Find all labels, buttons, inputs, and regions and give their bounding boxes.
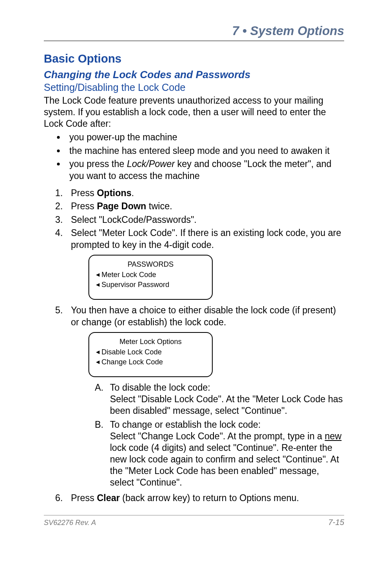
- page-down-key-name: Page Down: [97, 201, 146, 211]
- numbered-steps: Press Options. Press Page Down twice. Se…: [44, 187, 344, 504]
- step-text: You then have a choice to either disable…: [71, 305, 336, 327]
- screen-meter-lock-options: Meter Lock Options Disable Lock Code Cha…: [88, 332, 213, 377]
- sub-body-pre: Select "Change Lock Code". At the prompt…: [110, 431, 325, 441]
- clear-key-name: Clear: [97, 493, 120, 503]
- bullet-sleep-mode: the machine has entered sleep mode and y…: [65, 145, 344, 157]
- page-container: 7 • System Options Basic Options Changin…: [0, 0, 380, 543]
- screen-row-meter-lock: Meter Lock Code: [95, 270, 206, 279]
- page-footer: SV62276 Rev. A 7-15: [44, 515, 344, 527]
- sub-body-new: new: [325, 431, 341, 441]
- lock-power-key-name: Lock/Power: [127, 159, 174, 169]
- step-text-pre: Press: [71, 493, 97, 503]
- screen-row-disable: Disable Lock Code: [95, 347, 206, 357]
- sub-disable: To disable the lock code: Select "Disabl…: [106, 382, 344, 417]
- step-select-lockcode: Select "LockCode/Passwords".: [65, 214, 344, 226]
- bullet-power-up: you power-up the machine: [65, 132, 344, 143]
- header-rule: [44, 41, 344, 41]
- footer-doc-id: SV62276 Rev. A: [44, 519, 96, 527]
- sub-title: To change or establish the lock code:: [110, 419, 261, 430]
- sub-body: Select "Disable Lock Code". At the "Mete…: [110, 394, 343, 416]
- step-text-post: twice.: [146, 201, 172, 211]
- footer-page-number: 7-15: [328, 518, 344, 527]
- screen-passwords: PASSWORDS Meter Lock Code Supervisor Pas…: [88, 255, 213, 300]
- sub-change: To change or establish the lock code: Se…: [106, 419, 344, 488]
- step-text-post: .: [131, 188, 134, 198]
- screen-title: PASSWORDS: [95, 260, 206, 269]
- step-select-meter-lock: Select "Meter Lock Code". If there is an…: [65, 227, 344, 300]
- bullet-lock-power: you press the Lock/Power key and choose …: [65, 158, 344, 182]
- step-text-post: (back arrow key) to return to Options me…: [120, 493, 299, 503]
- step-text: Select "Meter Lock Code". If there is an…: [71, 228, 341, 250]
- bullet-list: you power-up the machine the machine has…: [44, 132, 344, 182]
- screen-row-change: Change Lock Code: [95, 357, 206, 367]
- sub-title: To disable the lock code:: [110, 382, 210, 393]
- heading-changing-lock-codes: Changing the Lock Codes and Passwords: [44, 69, 344, 81]
- sub-body-post: lock code (4 digits) and select "Continu…: [110, 442, 339, 488]
- step-page-down: Press Page Down twice.: [65, 201, 344, 212]
- step-text-pre: Press: [71, 188, 97, 198]
- options-key-name: Options: [97, 188, 131, 198]
- intro-paragraph: The Lock Code feature prevents unauthori…: [44, 95, 344, 129]
- step-text-pre: Press: [71, 201, 97, 211]
- chapter-header: 7 • System Options: [44, 24, 344, 38]
- sub-list: To disable the lock code: Select "Disabl…: [71, 382, 344, 488]
- step-choice: You then have a choice to either disable…: [65, 305, 344, 488]
- screen-row-supervisor: Supervisor Password: [95, 280, 206, 289]
- heading-basic-options: Basic Options: [44, 52, 344, 65]
- bullet-text-pre: you press the: [69, 159, 127, 169]
- step-press-options: Press Options.: [65, 187, 344, 199]
- heading-setting-disabling: Setting/Disabling the Lock Code: [44, 82, 344, 93]
- screen-title: Meter Lock Options: [95, 337, 206, 346]
- step-press-clear: Press Clear (back arrow key) to return t…: [65, 492, 344, 504]
